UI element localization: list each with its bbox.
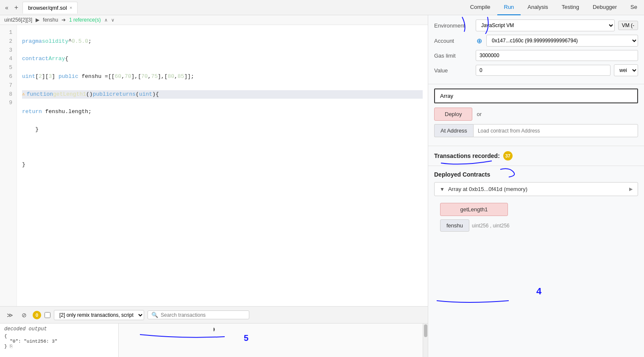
- bottom-toolbar: ≫ ⊘ 0 [2] only remix transactions, scrip…: [0, 307, 428, 324]
- editor-header: uint256[2][3] ▶ fenshu ➔ 1 reference(s) …: [0, 15, 428, 25]
- deploy-button[interactable]: Deploy: [434, 108, 472, 121]
- bottom-panel: ≫ ⊘ 0 [2] only remix transactions, scrip…: [0, 306, 428, 357]
- environment-section: Environment JavaScript VM VM (- Account …: [428, 15, 644, 84]
- environment-row: Environment JavaScript VM VM (-: [434, 19, 638, 31]
- tab-analysis[interactable]: Analysis: [521, 0, 555, 15]
- fenshu-row: fenshu uint256 , uint256: [440, 219, 632, 232]
- top-bar: « + browser/qmf.sol × Compile Run Analys…: [0, 0, 644, 15]
- right-panel: Environment JavaScript VM VM (- Account …: [428, 15, 644, 357]
- chevron-up-icon[interactable]: ∧: [104, 17, 108, 23]
- remix-tabs: Compile Run Analysis Testing Debugger Se: [463, 0, 644, 15]
- fenshu-params: uint256 , uint256: [472, 223, 510, 229]
- code-content[interactable]: pragma solidity^0.5.0; contract Array{ u…: [17, 25, 428, 306]
- line-numbers: 12345 6789: [0, 25, 17, 306]
- expand-icon[interactable]: ≫: [4, 311, 16, 319]
- code-area: 12345 6789 pragma solidity^0.5.0; contra…: [0, 25, 428, 306]
- load-address-input[interactable]: [473, 124, 638, 137]
- transactions-recorded: Transactions recorded: 37: [428, 146, 644, 166]
- deployed-contract-name: Array at 0xb15...0f41d (memory): [448, 186, 527, 192]
- search-box: 🔍: [148, 310, 249, 319]
- tab-compile[interactable]: Compile: [463, 0, 497, 15]
- nav-back[interactable]: «: [3, 3, 10, 12]
- reference-link[interactable]: 1 reference(s): [69, 17, 101, 23]
- scroll-bar[interactable]: [423, 324, 428, 357]
- contract-section: Array Deploy or At Address: [428, 84, 644, 146]
- decoded-json: { "0": "uint256: 3"} ⎘: [4, 334, 114, 349]
- environment-label: Environment: [434, 22, 472, 29]
- value-input[interactable]: [476, 65, 611, 76]
- gas-limit-input[interactable]: [476, 50, 638, 61]
- file-tab-label: browser/qmf.sol: [28, 5, 67, 11]
- deployed-contract-row[interactable]: ▼ Array at 0xb15...0f41d (memory) ▶: [434, 182, 638, 196]
- search-input[interactable]: [161, 312, 245, 318]
- fenshu-button[interactable]: fenshu: [440, 219, 469, 232]
- gas-limit-row: Gas limit: [434, 50, 638, 61]
- tx-filter-select[interactable]: [2] only remix transactions, script: [54, 310, 144, 320]
- stop-icon[interactable]: ⊘: [19, 311, 29, 319]
- decoded-label: decoded output: [4, 326, 114, 332]
- get-length-button[interactable]: getLength1: [440, 203, 508, 216]
- deployed-label: Deployed Contracts: [434, 171, 638, 178]
- account-row: Account ⊕ 0x147...c160c (99.999999999996…: [434, 35, 638, 47]
- bottom-content: decoded output { "0": "uint256: 3"} ⎘: [0, 324, 428, 357]
- tab-more[interactable]: Se: [624, 0, 644, 15]
- copy-icon[interactable]: ⎘: [10, 344, 13, 349]
- fn-section: getLength1 fenshu uint256 , uint256: [434, 199, 638, 238]
- transactions-label: Transactions recorded:: [434, 152, 500, 159]
- account-label: Account: [434, 38, 472, 44]
- value-row: Value wei: [434, 64, 638, 76]
- deploy-row: Deploy or: [434, 108, 638, 121]
- tab-testing[interactable]: Testing: [555, 0, 586, 15]
- at-address-button[interactable]: At Address: [434, 124, 473, 137]
- deployed-section: Deployed Contracts ▼ Array at 0xb15...0f…: [428, 166, 644, 243]
- breadcrumb-type: uint256[2][3]: [4, 17, 32, 23]
- account-select[interactable]: 0x147...c160c (99.999999999996794): [486, 35, 638, 47]
- value-unit-select[interactable]: wei: [614, 64, 638, 76]
- decoded-output: decoded output { "0": "uint256: 3"} ⎘: [0, 324, 119, 357]
- editor-pane: uint256[2][3] ▶ fenshu ➔ 1 reference(s) …: [0, 15, 428, 357]
- transactions-count-badge: 37: [503, 151, 513, 161]
- file-tab[interactable]: browser/qmf.sol ×: [22, 2, 78, 14]
- filter-checkbox[interactable]: [45, 312, 50, 318]
- gas-limit-label: Gas limit: [434, 53, 472, 59]
- vm-badge: VM (-: [618, 21, 638, 30]
- environment-select[interactable]: JavaScript VM: [476, 19, 615, 31]
- or-text: or: [477, 111, 482, 117]
- search-icon: 🔍: [151, 312, 158, 318]
- tab-run[interactable]: Run: [497, 0, 521, 15]
- chevron-right-icon: ▼: [440, 186, 445, 192]
- tx-badge: 0: [33, 311, 41, 319]
- breadcrumb-separator: ▶: [36, 17, 39, 23]
- close-icon[interactable]: ×: [70, 5, 72, 10]
- breadcrumb-fn: fenshu: [43, 17, 58, 23]
- chevron-down-icon[interactable]: ∨: [111, 17, 114, 23]
- value-label: Value: [434, 67, 472, 74]
- tab-debugger[interactable]: Debugger: [586, 0, 624, 15]
- add-account-button[interactable]: ⊕: [476, 37, 483, 45]
- nav-plus[interactable]: +: [13, 3, 20, 12]
- arrow-icon: ➔: [61, 17, 66, 23]
- contract-name: Array: [434, 89, 638, 103]
- at-address-row: At Address: [434, 124, 638, 137]
- memory-badge: ▶: [629, 186, 633, 192]
